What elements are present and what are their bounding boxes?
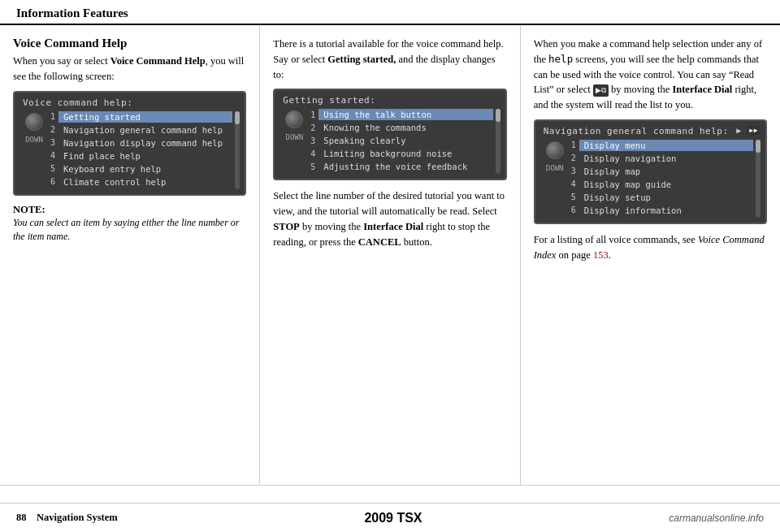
nav-item: 1Display menu: [566, 140, 753, 151]
nav-item-label: Display navigation: [579, 153, 753, 164]
dial-circle-3: [546, 141, 564, 159]
col2-body: Select the line number of the desired tu…: [273, 188, 506, 249]
col2-stop: STOP: [273, 221, 299, 232]
nav-item: 2Knowing the commands: [306, 122, 492, 133]
col1-intro-bold: Voice Command Help: [110, 55, 206, 67]
screen3-items: 1Display menu2Display navigation3Display…: [566, 140, 753, 218]
nav-item-label: Display map guide: [579, 179, 753, 190]
dial-circle-2: [285, 110, 303, 128]
footer-page-num: 88: [16, 512, 27, 523]
dial-circle-1: [25, 113, 43, 131]
screen1: Voice command help: DOWN 1Getting starte…: [13, 91, 246, 196]
nav-item-number: 5: [306, 162, 315, 171]
nav-item-number: 2: [306, 123, 315, 132]
nav-item-label: Navigation display command help: [58, 137, 232, 149]
nav-item-number: 3: [46, 138, 55, 147]
dial-down-3: DOWN: [546, 164, 564, 172]
nav-item-number: 6: [46, 177, 55, 186]
nav-item-number: 6: [566, 205, 576, 214]
screen2-title: Getting started:: [283, 95, 500, 106]
nav-item-number: 5: [46, 164, 55, 173]
nav-item-label: Climate control help: [58, 176, 232, 188]
nav-item-number: 4: [46, 151, 55, 160]
nav-item: 4Display map guide: [566, 179, 753, 190]
nav-item: 3Navigation display command help: [46, 137, 232, 149]
nav-item: 6Climate control help: [46, 176, 232, 188]
screen1-body: DOWN 1Getting started2Navigation general…: [23, 111, 240, 189]
footer-center: 2009 TSX: [364, 511, 422, 526]
nav-item: 5Adjusting the voice feedback: [306, 161, 492, 172]
section-title-col1: Voice Command Help: [13, 37, 246, 50]
nav-item-number: 5: [566, 192, 576, 201]
speaker-icon: ▶⧉: [593, 84, 609, 97]
screen1-scrollbar-thumb: [235, 111, 240, 124]
footer-right: carmanualsonline.info: [669, 513, 764, 524]
col3-footer-page: 153: [593, 249, 609, 261]
col3-footer-text: For a listing of all voice commands, see…: [534, 232, 767, 263]
col3-help-code: help: [548, 53, 573, 65]
screen2-scrollbar-thumb: [496, 109, 500, 122]
nav-item: 2Navigation general command help: [46, 124, 232, 136]
note-section: NOTE: You can select an item by saying e…: [13, 204, 246, 244]
col2-intro: There is a tutorial available for the vo…: [273, 37, 506, 82]
column-3: When you make a command help selection u…: [521, 25, 780, 485]
col1-intro: When you say or select Voice Command Hel…: [13, 54, 246, 84]
nav-item: 4Limiting background noise: [306, 148, 492, 159]
nav-item-number: 4: [306, 149, 315, 158]
screen3-speaker-icon: ▶▶: [747, 126, 760, 135]
header-title: Information Features: [16, 6, 128, 19]
col3-footer-text1: For a listing of all voice commands, see: [534, 234, 698, 245]
nav-item-number: 3: [306, 136, 315, 145]
nav-item: 6Display information: [566, 205, 753, 216]
dial-down-2: DOWN: [285, 133, 303, 141]
nav-item-number: 2: [566, 154, 576, 162]
col3-intro-text3: by moving the: [609, 84, 672, 95]
col2-cancel: CANCEL: [358, 236, 401, 248]
nav-item: 3Speaking clearly: [306, 135, 492, 146]
nav-item-number: 2: [46, 125, 55, 134]
nav-item-number: 4: [566, 179, 576, 188]
screen3-scrollbar-thumb: [756, 140, 760, 153]
nav-item-label: Knowing the commands: [318, 122, 492, 133]
col1-intro-text1: When you say or select: [13, 55, 110, 67]
col2-body-text2: by moving the: [300, 221, 363, 232]
col2-body-text4: button.: [401, 236, 432, 248]
nav-item-label: Keyboard entry help: [58, 163, 232, 175]
nav-item: 5Keyboard entry help: [46, 163, 232, 175]
nav-item-label: Display information: [579, 205, 753, 216]
col2-interface: Interface Dial: [363, 221, 423, 232]
dial-down-1: DOWN: [25, 136, 43, 144]
nav-item-number: 1: [566, 141, 576, 149]
nav-item-label: Getting started: [58, 111, 232, 123]
nav-item-label: Display map: [579, 166, 753, 177]
nav-item-number: 1: [46, 112, 55, 121]
nav-item-label: Speaking clearly: [318, 135, 492, 146]
column-2: There is a tutorial available for the vo…: [260, 25, 520, 485]
content-area: Voice Command Help When you say or selec…: [0, 25, 780, 486]
nav-item-label: Navigation general command help: [58, 124, 232, 136]
nav-dial-1: DOWN: [23, 111, 46, 189]
nav-item: 3Display map: [566, 166, 753, 177]
nav-item-label: Adjusting the voice feedback: [318, 161, 492, 172]
col3-interface: Interface Dial: [672, 84, 732, 95]
screen3-title-text: Navigation general command help:: [544, 126, 729, 136]
screen2-scrollbar: [496, 109, 500, 174]
footer-left: 88 Navigation System: [16, 512, 118, 524]
screen1-title: Voice command help:: [23, 97, 240, 108]
screen1-scrollbar: [235, 111, 240, 189]
nav-dial-3: DOWN: [544, 140, 566, 218]
nav-item: 5Display setup: [566, 192, 753, 203]
nav-item-label: Display menu: [579, 140, 753, 151]
screen1-items: 1Getting started2Navigation general comm…: [46, 111, 232, 189]
screen3-title: Navigation general command help: ▶ ▶▶: [544, 126, 760, 136]
screen3-body: DOWN 1Display menu2Display navigation3Di…: [544, 140, 760, 218]
nav-item: 1Getting started: [46, 111, 232, 123]
nav-dial-2: DOWN: [283, 109, 306, 174]
col3-footer-text3: .: [609, 249, 611, 261]
nav-item-number: 3: [566, 167, 576, 175]
column-1: Voice Command Help When you say or selec…: [0, 25, 260, 485]
col3-intro: When you make a command help selection u…: [534, 37, 767, 113]
page-header: Information Features: [0, 0, 780, 25]
note-text: You can select an item by saying either …: [13, 216, 246, 244]
screen3-scrollbar: [756, 140, 760, 218]
